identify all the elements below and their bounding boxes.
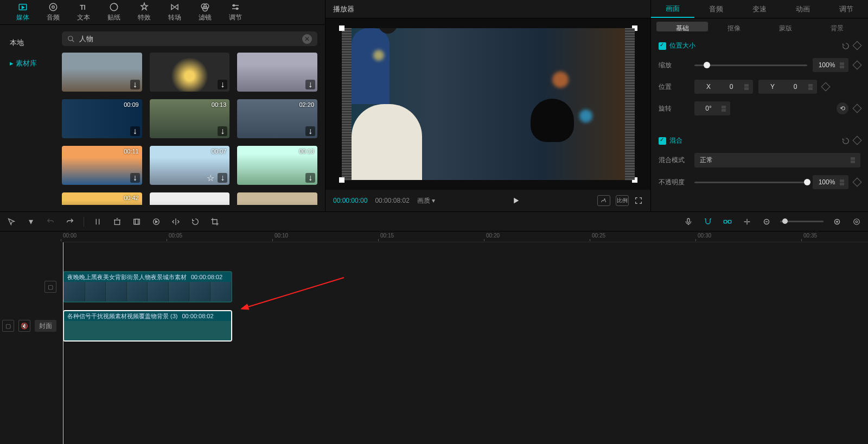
stepper-icon[interactable] [808,84,813,90]
asset-thumb[interactable]: ↓ [237,53,317,92]
download-icon[interactable]: ↓ [305,126,315,136]
keyframe-icon[interactable] [853,136,862,145]
freeze-button[interactable] [150,216,162,228]
blend-mode-select[interactable]: 正常 [694,153,860,168]
asset-thumb[interactable]: 00:42 [62,192,142,205]
align-button[interactable] [741,216,753,228]
track-toggle-button[interactable]: ▢ [44,281,56,293]
opacity-input[interactable]: 100% [813,175,848,189]
stepper-icon[interactable] [851,157,855,163]
track-toggle-button[interactable]: ▢ [2,320,14,332]
delete-button[interactable] [111,216,123,228]
quality-dropdown[interactable]: 画质▾ [417,196,435,205]
resize-handle[interactable] [632,25,637,31]
resize-handle[interactable] [339,25,344,31]
resize-handle[interactable] [339,177,344,183]
magnet-on-button[interactable] [702,216,714,228]
pos-y-input[interactable]: Y0 [758,80,817,94]
download-icon[interactable]: ↓ [218,126,227,136]
stepper-icon[interactable] [840,179,844,185]
insp-tab-speed[interactable]: 变速 [738,0,781,18]
video-clip-2[interactable]: 各种信号干扰视频素材视频覆盖物背景 (3)00:00:08:02 [63,310,232,342]
cover-button[interactable]: 封面 [35,320,56,332]
search-input[interactable] [79,35,298,43]
download-icon[interactable]: ↓ [130,126,140,136]
link-button[interactable] [722,216,733,228]
asset-thumb[interactable]: ↓ [62,53,142,92]
film-button[interactable] [131,216,143,228]
nav-library[interactable]: ▸素材库 [0,53,54,74]
asset-thumb[interactable]: 00:13↓ [150,99,230,138]
nav-local[interactable]: 本地 [0,33,54,53]
download-icon[interactable]: ↓ [305,173,315,183]
resize-handle[interactable] [632,177,637,183]
checkbox-icon[interactable] [659,42,666,50]
zoom-fit-button[interactable] [851,216,863,228]
scale-input[interactable]: 100% [813,58,848,72]
pointer-tool[interactable] [5,216,17,228]
asset-thumb[interactable]: 02:20↓ [237,99,317,138]
download-icon[interactable]: ↓ [130,80,140,89]
split-button[interactable] [92,216,104,228]
tab-text[interactable]: TI 文本 [68,0,99,24]
mute-button[interactable]: 🔇 [18,320,30,332]
ratio-button[interactable]: 比例 [616,195,629,206]
stepper-icon[interactable] [840,62,844,68]
subtab-cutout[interactable]: 抠像 [708,22,760,31]
chevron-down-icon[interactable]: ▾ [25,216,37,228]
download-icon[interactable]: ↓ [130,173,140,183]
asset-thumb[interactable]: 00:09↓ [62,99,142,138]
stepper-icon[interactable] [722,106,726,112]
crop-button[interactable] [209,216,221,228]
keyframe-icon[interactable] [853,178,862,187]
tab-adjust[interactable]: 调节 [220,0,251,24]
rotate-dial[interactable]: ⟲ [837,102,848,114]
tab-effect[interactable]: 特效 [129,0,159,24]
star-icon[interactable]: ☆ [206,173,215,183]
subtab-bg[interactable]: 背景 [811,22,863,31]
tab-sticker[interactable]: 贴纸 [99,0,129,24]
insp-tab-anim[interactable]: 动画 [781,0,825,18]
download-icon[interactable]: ↓ [218,173,227,183]
zoom-in-button[interactable] [831,216,843,228]
zoom-out-button[interactable] [761,216,773,228]
undo-button[interactable] [44,216,56,228]
insp-tab-adjust[interactable]: 调节 [825,0,868,18]
scale-slider[interactable] [694,65,807,66]
fullscreen-button[interactable] [634,196,643,205]
rotate-button[interactable] [189,216,201,228]
keyframe-icon[interactable] [821,82,831,92]
zoom-slider[interactable] [780,221,824,222]
insp-tab-video[interactable]: 画面 [651,0,694,18]
tab-transition[interactable]: 转场 [159,0,190,24]
reset-icon[interactable] [842,137,850,145]
play-button[interactable] [511,196,521,205]
keyframe-icon[interactable] [853,41,862,50]
asset-thumb[interactable]: 00:11↓ [62,146,142,185]
tab-filter[interactable]: 滤镜 [190,0,220,24]
insp-tab-audio[interactable]: 音频 [694,0,738,18]
mirror-button[interactable] [170,216,182,228]
timeline-ruler[interactable]: 00:00 00:05 00:10 00:15 00:20 00:25 00:3… [63,231,868,242]
asset-thumb[interactable] [150,192,230,205]
playhead[interactable] [63,242,63,444]
reset-icon[interactable] [842,42,850,50]
keyframe-icon[interactable] [853,61,862,70]
video-clip-1[interactable]: 夜晚晚上黑夜美女背影街景人物夜景城市素材00:00:08:02 [63,271,232,303]
asset-thumb[interactable]: 00:13↓ [237,146,317,185]
keyframe-icon[interactable] [853,104,862,113]
download-icon[interactable]: ↓ [305,80,315,89]
opacity-slider[interactable] [694,182,807,183]
tab-audio[interactable]: 音频 [38,0,68,24]
redo-button[interactable] [64,216,76,228]
asset-thumb[interactable] [237,192,317,205]
tab-media[interactable]: 媒体 [8,0,38,24]
rotate-input[interactable]: 0° [694,101,730,115]
checkbox-icon[interactable] [659,137,666,145]
preview-viewport[interactable] [326,18,650,190]
asset-thumb[interactable]: ↓ [150,53,230,92]
subtab-basic[interactable]: 基础 [656,22,708,31]
stepper-icon[interactable] [744,84,749,90]
scope-button[interactable] [597,195,610,206]
clear-search-button[interactable]: ✕ [302,34,312,44]
